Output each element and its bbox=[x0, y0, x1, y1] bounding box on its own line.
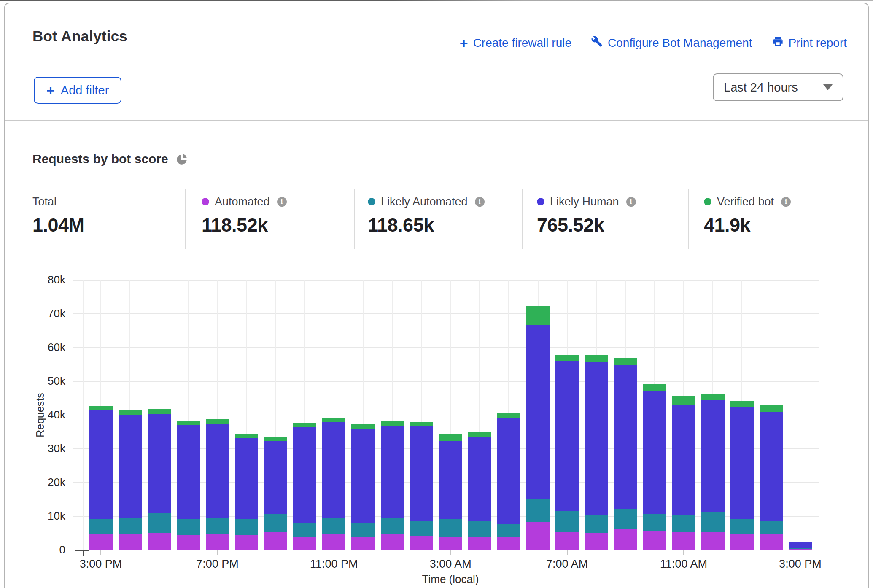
add-filter-label: Add filter bbox=[61, 84, 109, 97]
bar-1-00-am bbox=[381, 280, 404, 550]
y-tick-label: 20k bbox=[34, 476, 65, 489]
bar-segment-likely-automated bbox=[293, 523, 316, 537]
stat-column-divider bbox=[354, 189, 355, 249]
stat-column-divider bbox=[522, 189, 523, 249]
bar-segment-likely-automated bbox=[701, 512, 725, 532]
bar-segment-likely-automated bbox=[730, 519, 754, 534]
y-axis-line bbox=[83, 280, 84, 550]
bar-segment-verified-bot bbox=[672, 396, 695, 405]
bar-segment-likely-human bbox=[148, 414, 171, 513]
print-report-label: Print report bbox=[789, 36, 847, 50]
bar-segment-verified-bot bbox=[235, 434, 258, 438]
bar-segment-verified-bot bbox=[643, 384, 666, 391]
bar-segment-verified-bot bbox=[760, 405, 783, 412]
bar-segment-verified-bot bbox=[497, 413, 520, 417]
wrench-icon bbox=[591, 35, 603, 50]
bar-8-00-pm bbox=[235, 280, 258, 550]
bar-segment-verified-bot bbox=[381, 421, 404, 426]
info-icon[interactable]: i bbox=[626, 197, 636, 207]
info-icon[interactable]: i bbox=[781, 197, 791, 207]
bar-segment-verified-bot bbox=[206, 419, 229, 424]
stat-likely-human: Likely Humani765.52k bbox=[537, 185, 636, 236]
bar-segment-likely-human bbox=[760, 412, 783, 521]
bar-segment-likely-human bbox=[293, 427, 316, 523]
y-tick-label: 60k bbox=[34, 341, 65, 354]
bar-7-00-pm bbox=[206, 280, 229, 550]
bar-segment-likely-human bbox=[701, 400, 725, 512]
bar-segment-likely-human bbox=[235, 438, 258, 520]
stat-label: Likely Human bbox=[550, 195, 619, 208]
bar-segment-automated bbox=[322, 534, 345, 550]
x-tick bbox=[334, 550, 334, 555]
bar-segment-automated bbox=[614, 529, 637, 550]
bar-segment-likely-automated bbox=[526, 499, 550, 522]
bar-3-00-pm bbox=[89, 280, 113, 550]
bar-segment-automated bbox=[206, 534, 229, 550]
bar-segment-likely-human bbox=[381, 426, 404, 518]
bar-4-00-am bbox=[468, 280, 491, 550]
info-icon[interactable]: i bbox=[277, 197, 287, 207]
bar-segment-automated bbox=[89, 534, 113, 550]
time-range-value: Last 24 hours bbox=[724, 81, 823, 94]
stat-verified-bot: Verified boti41.9k bbox=[704, 185, 791, 236]
bar-segment-automated bbox=[643, 531, 666, 550]
bar-segment-verified-bot bbox=[701, 394, 725, 400]
legend-dot-likely-human bbox=[537, 198, 544, 205]
bar-segment-likely-human bbox=[468, 437, 491, 521]
bar-segment-automated bbox=[468, 537, 491, 550]
bar-12-00-am bbox=[351, 280, 375, 550]
header-actions: + Create firewall rule Configure Bot Man… bbox=[460, 35, 847, 50]
bar-7-00-am bbox=[555, 280, 579, 550]
bar-11-00-am bbox=[672, 280, 695, 550]
bar-segment-verified-bot bbox=[614, 358, 637, 365]
bar-segment-likely-automated bbox=[439, 519, 462, 537]
bar-8-00-am bbox=[585, 280, 608, 550]
bar-3-00-pm bbox=[789, 280, 812, 550]
bar-segment-verified-bot bbox=[293, 423, 316, 427]
bar-segment-automated bbox=[789, 549, 812, 550]
add-filter-button[interactable]: + Add filter bbox=[34, 77, 121, 104]
bar-segment-automated bbox=[497, 537, 520, 550]
stat-label: Likely Automated bbox=[381, 195, 468, 208]
bar-5-00-pm bbox=[148, 280, 171, 550]
y-tick-label: 50k bbox=[34, 375, 65, 388]
bar-segment-automated bbox=[760, 534, 783, 550]
bar-segment-likely-automated bbox=[585, 515, 608, 533]
bar-segment-likely-human bbox=[730, 407, 754, 519]
create-firewall-rule-link[interactable]: + Create firewall rule bbox=[460, 36, 571, 50]
y-tick-label: 10k bbox=[34, 510, 65, 523]
x-tick bbox=[567, 550, 568, 555]
axis-corner-tick bbox=[83, 550, 84, 556]
print-report-link[interactable]: Print report bbox=[772, 35, 847, 50]
bar-segment-likely-automated bbox=[760, 521, 783, 534]
stat-header: Likely Humani bbox=[537, 194, 636, 209]
time-range-dropdown[interactable]: Last 24 hours bbox=[713, 73, 843, 101]
stat-automated: Automatedi118.52k bbox=[202, 185, 287, 236]
info-icon[interactable]: i bbox=[475, 197, 485, 207]
section-title-row: Requests by bot score bbox=[32, 152, 188, 166]
axis-corner-segment bbox=[75, 550, 89, 551]
x-tick bbox=[450, 550, 451, 555]
stat-label: Automated bbox=[215, 195, 270, 208]
stat-header: Total bbox=[32, 194, 84, 209]
bar-9-00-pm bbox=[264, 280, 287, 550]
bar-segment-automated bbox=[439, 537, 462, 550]
bar-6-00-am bbox=[526, 280, 550, 550]
bar-segment-automated bbox=[730, 534, 754, 550]
bar-2-00-pm bbox=[760, 280, 783, 550]
bar-segment-automated bbox=[555, 532, 579, 550]
bar-segment-likely-human bbox=[119, 415, 142, 518]
bar-9-00-am bbox=[614, 280, 637, 550]
bar-segment-likely-automated bbox=[643, 514, 666, 531]
bot-analytics-card: Bot Analytics + Create firewall rule Con… bbox=[4, 3, 869, 588]
legend-dot-likely-automated bbox=[368, 198, 375, 205]
bar-segment-automated bbox=[381, 534, 404, 550]
x-tick bbox=[683, 550, 684, 555]
requests-bar-chart: Time (local) Requests 010k20k30k40k50k60… bbox=[73, 280, 819, 550]
bar-segment-likely-automated bbox=[555, 511, 579, 532]
stats-row: Total1.04MAutomatedi118.52kLikely Automa… bbox=[5, 185, 870, 256]
bar-11-00-pm bbox=[322, 280, 345, 550]
configure-bot-management-link[interactable]: Configure Bot Management bbox=[591, 35, 752, 50]
bar-segment-likely-human bbox=[322, 422, 345, 518]
bar-segment-verified-bot bbox=[585, 355, 608, 362]
